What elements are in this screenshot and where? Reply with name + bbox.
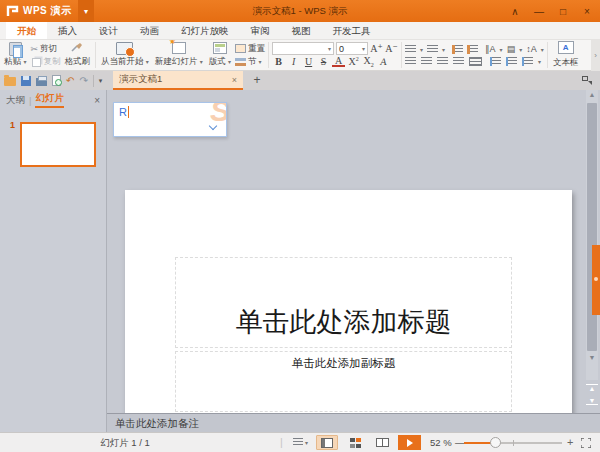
reading-view-button[interactable]	[371, 435, 393, 450]
normal-view-button[interactable]	[316, 435, 338, 450]
redo-icon[interactable]: ↷	[79, 71, 87, 90]
zoom-slider[interactable]	[464, 442, 562, 444]
copy-button[interactable]: 复制	[30, 55, 60, 68]
text-caret	[128, 106, 130, 118]
main-menu-button[interactable]: ▾	[78, 0, 94, 22]
tab-insert[interactable]: 插入	[47, 22, 88, 39]
strikethrough-button[interactable]: S	[317, 56, 330, 67]
decrease-indent-icon[interactable]	[452, 45, 463, 54]
distribute-icon[interactable]	[469, 57, 482, 66]
close-panel-icon[interactable]: ×	[94, 95, 100, 106]
notes-toggle-button[interactable]: ▾	[293, 438, 308, 447]
subtitle-placeholder[interactable]: 单击此处添加副标题	[175, 351, 512, 412]
print-icon[interactable]	[36, 78, 47, 86]
slide-layout-button[interactable]: 版式 ▾	[207, 41, 233, 69]
chevron-down-icon: ▾	[23, 59, 26, 65]
tab-design[interactable]: 设计	[88, 22, 129, 39]
superscript-button[interactable]: X2	[347, 56, 360, 67]
shrink-font-button[interactable]: A⁻	[385, 43, 398, 54]
bullets-icon[interactable]	[405, 45, 416, 54]
open-file-icon[interactable]	[4, 77, 16, 86]
increase-indent-icon[interactable]	[467, 45, 478, 54]
text-direction-icon[interactable]: ∥A	[485, 44, 496, 54]
slides-tab[interactable]: 幻灯片	[35, 92, 64, 108]
clear-format-button[interactable]: A	[376, 56, 391, 67]
vertical-scrollbar[interactable]: ▲ ▼	[586, 90, 598, 380]
slide-thumbnail[interactable]	[20, 122, 96, 167]
numbering-icon[interactable]	[427, 45, 438, 54]
notes-lines-icon	[293, 438, 303, 447]
minimize-button[interactable]: —	[532, 6, 546, 17]
print-preview-icon[interactable]	[52, 75, 61, 86]
align-center-icon[interactable]	[421, 57, 432, 66]
side-panel-handle[interactable]	[592, 245, 600, 315]
grow-font-button[interactable]: A⁺	[370, 43, 383, 54]
justify-icon[interactable]	[453, 57, 464, 66]
close-tab-icon[interactable]: ×	[232, 75, 237, 85]
line-spacing-icon[interactable]: ↕A	[526, 44, 537, 54]
tab-developer[interactable]: 开发工具	[322, 22, 382, 39]
reading-view-icon	[376, 438, 389, 447]
fit-to-window-icon[interactable]	[581, 438, 591, 448]
ribbon-separator	[547, 42, 548, 68]
slide-sorter-button[interactable]	[344, 435, 366, 450]
ribbon-options-icon[interactable]	[582, 76, 592, 85]
panel-header: 大纲 | 幻灯片 ×	[0, 90, 106, 110]
align-bottom-icon[interactable]	[522, 57, 533, 66]
zoom-in-button[interactable]: +	[567, 433, 573, 451]
font-size-combobox[interactable]: 0▾	[336, 42, 368, 55]
align-left-icon[interactable]	[405, 57, 416, 66]
bold-button[interactable]: B	[272, 56, 285, 67]
maximize-button[interactable]: □	[556, 6, 570, 17]
format-painter-button[interactable]: 格式刷	[62, 41, 92, 69]
undo-icon[interactable]: ↶	[66, 71, 74, 90]
tab-home[interactable]: 开始	[6, 22, 47, 39]
title-placeholder[interactable]: 单击此处添加标题	[175, 257, 512, 348]
close-button[interactable]: ×	[580, 6, 594, 17]
qat-customize-arrow-icon[interactable]: ▾	[99, 77, 103, 85]
collapse-ribbon-button[interactable]: ∧	[508, 6, 522, 17]
ribbon-separator	[268, 42, 269, 68]
placeholder-icon[interactable]: ▤	[507, 44, 516, 54]
reset-icon	[235, 44, 246, 53]
underline-button[interactable]: U	[302, 56, 315, 67]
normal-view-icon	[321, 438, 333, 448]
combobox-input[interactable]: R	[119, 106, 129, 118]
save-icon[interactable]	[21, 76, 31, 86]
chevron-down-icon: ▾	[305, 439, 308, 446]
subscript-button[interactable]: X2	[362, 55, 375, 68]
align-right-icon[interactable]	[437, 57, 448, 66]
previous-slide-button[interactable]: ▲	[586, 384, 598, 392]
text-box-button[interactable]: A 文本框	[549, 40, 583, 70]
zoom-slider-knob[interactable]	[490, 437, 501, 448]
new-tab-button[interactable]: +	[250, 72, 264, 89]
next-slide-button[interactable]: ▼	[586, 397, 598, 405]
section-button[interactable]: 节▾	[235, 55, 265, 68]
reset-button[interactable]: 重置	[235, 42, 265, 55]
new-slide-button[interactable]: 新建幻灯片 ▾	[153, 41, 205, 69]
document-tab[interactable]: 演示文稿1 ×	[113, 71, 243, 90]
chevron-down-icon: ▾	[228, 59, 231, 65]
font-name-combobox[interactable]: ▾	[272, 42, 334, 55]
start-from-current-button[interactable]: 从当前开始 ▾	[99, 41, 151, 69]
italic-button[interactable]: I	[287, 56, 300, 67]
cut-button[interactable]: ✂剪切	[30, 42, 60, 55]
font-group: ▾ 0▾ A⁺ A⁻ B I U S A X2 X2 A	[270, 40, 400, 70]
align-top-icon[interactable]	[490, 57, 501, 66]
font-color-button[interactable]: A	[332, 56, 345, 67]
slideshow-play-button[interactable]	[398, 435, 421, 450]
scroll-down-icon[interactable]: ▼	[586, 354, 598, 361]
notes-bar[interactable]: 单击此处添加备注	[107, 413, 600, 432]
tab-view[interactable]: 视图	[281, 22, 322, 39]
tab-review[interactable]: 审阅	[240, 22, 281, 39]
app-logo[interactable]: WPS 演示	[0, 0, 78, 22]
scroll-up-icon[interactable]: ▲	[586, 91, 598, 98]
tab-slideshow[interactable]: 幻灯片放映	[170, 22, 240, 39]
floating-combobox[interactable]: S R	[113, 102, 227, 137]
app-logo-label: WPS 演示	[23, 4, 72, 18]
tab-animation[interactable]: 动画	[129, 22, 170, 39]
align-middle-icon[interactable]	[506, 57, 517, 66]
ribbon-scroll-more[interactable]: ›	[591, 40, 600, 71]
paste-button[interactable]: 粘贴 ▾	[2, 41, 28, 69]
outline-tab[interactable]: 大纲	[6, 94, 25, 107]
